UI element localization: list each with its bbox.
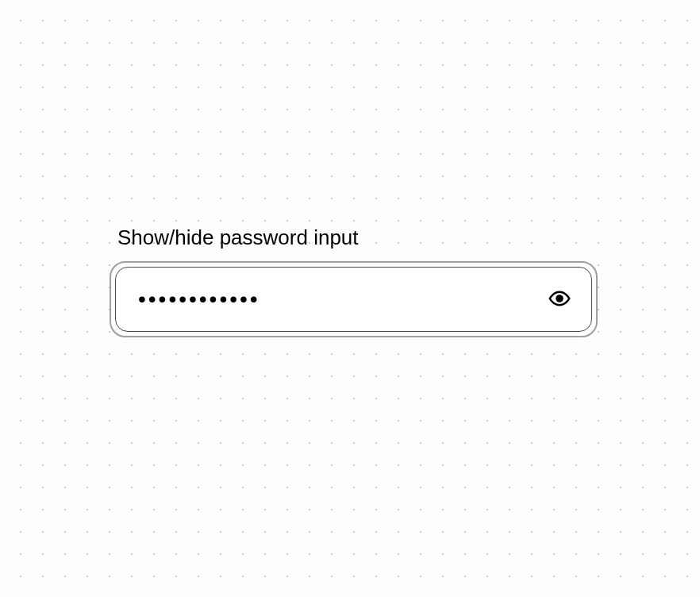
password-component: Show/hide password input [110, 225, 598, 337]
password-input[interactable] [138, 287, 545, 312]
toggle-visibility-button[interactable] [545, 284, 574, 315]
input-outer-border [110, 261, 598, 337]
eye-icon [548, 287, 571, 312]
input-wrapper [115, 267, 592, 332]
svg-point-0 [557, 295, 563, 301]
field-label: Show/hide password input [110, 225, 598, 250]
